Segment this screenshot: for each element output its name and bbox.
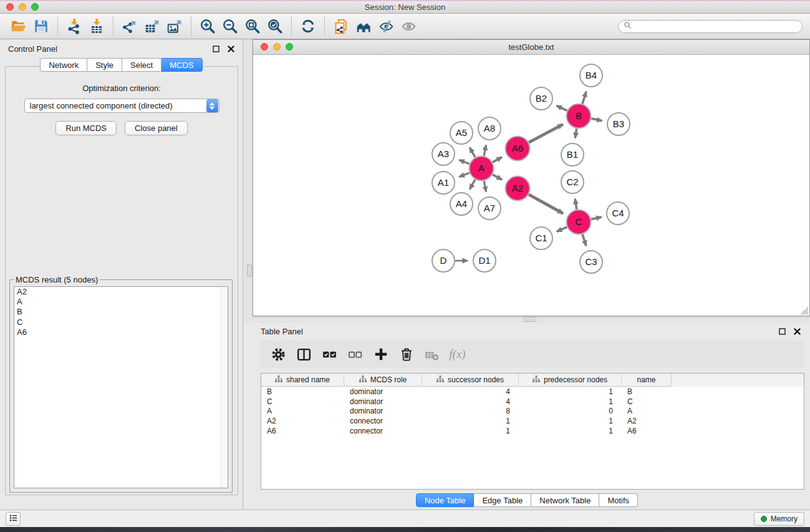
edge-B-B2[interactable] [557, 105, 567, 110]
table-cell[interactable]: 4 [422, 387, 519, 396]
edge-A-A2[interactable] [493, 175, 502, 180]
eye-icon[interactable] [397, 16, 420, 36]
node-A3[interactable]: A3 [432, 143, 455, 165]
network-canvas[interactable]: B4B2BB3B1A5A8A6A3AA1A4A7A2C2C4CC1C3DD1 [253, 56, 809, 316]
edge-A-A5[interactable] [470, 148, 475, 158]
tab-edge-table[interactable]: Edge Table [474, 493, 531, 507]
table-cell[interactable]: B [622, 387, 672, 396]
edge-A-A3[interactable] [459, 160, 470, 164]
edge-A-A6[interactable] [493, 157, 502, 162]
table-cell[interactable]: dominator [344, 397, 422, 406]
mcds-result-item[interactable]: B [14, 307, 228, 317]
close-panel-button[interactable]: Close panel [125, 121, 188, 135]
scrollbar-track[interactable] [221, 287, 228, 488]
table-cell[interactable]: dominator [344, 387, 422, 396]
home-icon[interactable] [352, 16, 375, 36]
table-row[interactable]: Adominator80A [261, 406, 804, 416]
node-C4[interactable]: C4 [607, 202, 629, 225]
copy-network-icon[interactable] [330, 16, 352, 36]
task-history-button[interactable] [6, 512, 21, 526]
table-cell[interactable]: dominator [344, 407, 422, 415]
table-cell[interactable]: B [261, 387, 344, 396]
mcds-result-item[interactable]: A [14, 297, 228, 307]
table-cell[interactable]: A6 [622, 427, 672, 435]
import-table-icon[interactable] [85, 16, 108, 36]
table-cell[interactable]: 1 [422, 427, 519, 435]
node-A6[interactable]: A6 [506, 137, 530, 161]
tab-network[interactable]: Network [40, 58, 87, 72]
edge-A2-C[interactable] [529, 195, 563, 213]
table-cell[interactable]: C [622, 397, 672, 406]
edge-B-B1[interactable] [575, 128, 576, 138]
node-A4[interactable]: A4 [450, 193, 473, 215]
edge-B-B4[interactable] [582, 92, 586, 104]
edge-A6-B[interactable] [529, 124, 563, 142]
edge-C-C1[interactable] [557, 227, 567, 231]
export-table-icon[interactable] [141, 16, 163, 36]
memory-button[interactable]: Memory [754, 512, 804, 526]
tab-motifs[interactable]: Motifs [599, 493, 638, 507]
edge-A-A1[interactable] [459, 173, 470, 177]
table-cell[interactable]: connector [344, 417, 422, 425]
column-header-MCDS-role[interactable]: MCDS role [344, 374, 422, 387]
node-A8[interactable]: A8 [478, 117, 501, 140]
table-cell[interactable]: C [261, 397, 344, 406]
tab-select[interactable]: Select [122, 58, 162, 72]
edge-A-A4[interactable] [470, 180, 475, 190]
table-row[interactable]: A2connector11A2 [261, 416, 804, 426]
table-cell[interactable]: A2 [622, 417, 672, 425]
node-D[interactable]: D [432, 249, 455, 272]
node-A[interactable]: A [470, 157, 494, 181]
vertical-divider-handle[interactable] [247, 264, 252, 277]
column-header-predecessor-nodes[interactable]: predecessor nodes [519, 374, 622, 387]
zoom-out-icon[interactable] [219, 16, 241, 36]
node-C3[interactable]: C3 [580, 251, 602, 273]
node-A7[interactable]: A7 [478, 197, 501, 220]
table-row[interactable]: Cdominator41C [261, 397, 804, 407]
save-session-icon[interactable] [30, 16, 52, 36]
select-all-icon[interactable] [318, 344, 341, 365]
export-image-icon[interactable] [163, 16, 186, 36]
resize-grip-icon[interactable] [799, 306, 809, 315]
network-window-titlebar[interactable]: testGlobe.txt [253, 40, 809, 55]
deselect-all-icon[interactable] [344, 344, 367, 365]
column-header-name[interactable]: name [622, 374, 672, 387]
criterion-dropdown[interactable]: largest connected component (directed) [24, 99, 219, 113]
table-cell[interactable]: 1 [422, 417, 519, 425]
table-cell[interactable]: A6 [261, 427, 344, 435]
node-D1[interactable]: D1 [473, 249, 496, 272]
run-mcds-button[interactable]: Run MCDS [55, 121, 117, 135]
tab-network-table[interactable]: Network Table [531, 493, 599, 507]
node-B1[interactable]: B1 [561, 143, 584, 166]
table-cell[interactable]: 1 [519, 427, 622, 435]
tab-mcds[interactable]: MCDS [162, 58, 202, 72]
tab-node-table[interactable]: Node Table [416, 493, 475, 507]
import-network-icon[interactable] [63, 16, 85, 36]
table-cell[interactable]: 0 [519, 407, 622, 415]
table-cell[interactable]: 1 [519, 387, 622, 396]
table-cell[interactable]: A [622, 407, 672, 415]
node-A2[interactable]: A2 [506, 177, 530, 201]
open-session-icon[interactable] [7, 16, 30, 36]
column-header-successor-nodes[interactable]: successor nodes [422, 374, 519, 387]
node-B3[interactable]: B3 [607, 113, 630, 135]
table-cell[interactable]: 8 [422, 407, 519, 415]
table-cell[interactable]: 4 [422, 397, 519, 406]
horizontal-divider-handle[interactable] [524, 317, 536, 322]
edge-A-A7[interactable] [484, 181, 486, 191]
add-icon[interactable] [369, 344, 392, 365]
node-C[interactable]: C [567, 210, 591, 235]
search-box[interactable] [618, 20, 803, 33]
delete-icon[interactable] [395, 344, 418, 365]
edge-A-A8[interactable] [484, 145, 486, 156]
node-A1[interactable]: A1 [432, 172, 455, 194]
refresh-icon[interactable] [297, 16, 319, 36]
mcds-result-item[interactable]: C [14, 317, 228, 327]
node-A5[interactable]: A5 [450, 122, 473, 144]
mcds-result-item[interactable]: A2 [14, 287, 228, 297]
column-header-shared-name[interactable]: shared name [261, 374, 344, 387]
tab-style[interactable]: Style [87, 58, 122, 72]
node-B4[interactable]: B4 [580, 64, 602, 87]
toggle-visibility-icon[interactable] [375, 16, 397, 36]
float-table-panel-icon[interactable] [778, 327, 786, 336]
